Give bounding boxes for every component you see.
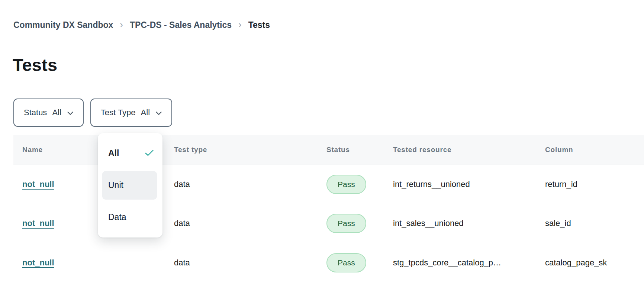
status-badge: Pass [326,175,366,194]
menu-item-all-label: All [108,148,119,158]
status-badge: Pass [326,253,366,272]
breadcrumb-item-account[interactable]: Community DX Sandbox [13,20,113,30]
menu-item-data[interactable]: Data [102,200,157,235]
status-badge: Pass [326,214,366,233]
column-cell: return_id [545,180,644,189]
column-cell: sale_id [545,219,644,228]
breadcrumb-item-current: Tests [248,20,270,30]
breadcrumb: Community DX Sandbox › TPC-DS - Sales An… [13,20,270,30]
filter-bar: Status All Test Type All [13,98,172,127]
chevron-down-icon [156,108,162,117]
menu-item-unit[interactable]: Unit [102,171,157,200]
header-cell-column: Column [545,146,644,154]
menu-item-unit-label: Unit [108,180,123,190]
status-filter-value: All [52,108,61,117]
chevron-right-icon: › [120,20,123,29]
tested-resource-cell: int_returns__unioned [393,180,545,189]
test-type-cell: data [174,258,326,268]
column-cell: catalog_page_sk [545,258,644,268]
test-name-link[interactable]: not_null [22,219,54,228]
header-cell-tested-resource: Tested resource [393,146,545,154]
test-name-link[interactable]: not_null [22,258,54,268]
menu-item-all[interactable]: All [108,142,154,164]
status-filter-button[interactable]: Status All [13,98,84,127]
status-filter-label: Status [24,108,47,117]
test-type-filter-label: Test Type [101,108,136,117]
test-type-filter-value: All [141,108,150,117]
header-cell-status: Status [326,146,393,154]
breadcrumb-item-project[interactable]: TPC-DS - Sales Analytics [130,20,232,30]
test-name-link[interactable]: not_null [22,180,54,189]
tested-resource-cell: stg_tpcds_core__catalog_p… [393,258,545,268]
tested-resource-cell: int_sales__unioned [393,219,545,228]
test-type-menu: All Unit Data [98,133,162,238]
test-type-cell: data [174,219,326,228]
chevron-down-icon [67,108,73,117]
test-type-filter-button[interactable]: Test Type All [90,98,172,127]
table-row: not_null data Pass stg_tpcds_core__catal… [13,243,644,281]
check-icon [145,148,154,158]
menu-item-data-label: Data [108,212,126,222]
header-cell-test-type: Test type [174,146,326,154]
chevron-right-icon: › [238,20,242,29]
page-title: Tests [13,55,57,75]
test-type-cell: data [174,180,326,189]
tests-page: Community DX Sandbox › TPC-DS - Sales An… [0,0,644,281]
